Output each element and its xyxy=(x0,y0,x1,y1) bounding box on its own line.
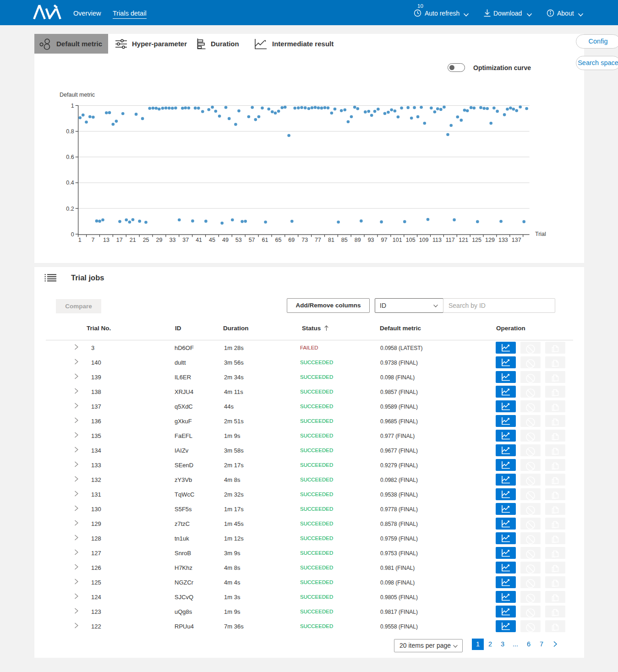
svg-text:133: 133 xyxy=(498,237,508,243)
svg-text:73: 73 xyxy=(301,237,308,243)
svg-text:Default metric: Default metric xyxy=(60,92,95,98)
svg-text:53: 53 xyxy=(235,237,242,243)
svg-text:17: 17 xyxy=(116,237,123,243)
svg-text:85: 85 xyxy=(341,237,348,243)
svg-text:109: 109 xyxy=(419,237,429,243)
svg-text:37: 37 xyxy=(182,237,189,243)
svg-text:49: 49 xyxy=(222,237,229,243)
svg-text:129: 129 xyxy=(485,237,495,243)
svg-text:97: 97 xyxy=(381,237,387,243)
svg-text:117: 117 xyxy=(446,237,455,243)
svg-text:21: 21 xyxy=(130,237,136,243)
svg-text:7: 7 xyxy=(92,237,95,243)
svg-text:93: 93 xyxy=(368,237,374,243)
svg-text:0: 0 xyxy=(71,231,74,238)
svg-text:33: 33 xyxy=(169,237,175,243)
svg-text:0.4: 0.4 xyxy=(66,180,74,186)
svg-text:89: 89 xyxy=(355,237,361,243)
svg-text:13: 13 xyxy=(103,237,109,243)
svg-text:113: 113 xyxy=(432,237,442,243)
svg-text:105: 105 xyxy=(406,237,416,243)
svg-text:69: 69 xyxy=(288,237,295,243)
svg-text:77: 77 xyxy=(315,237,321,243)
svg-text:125: 125 xyxy=(472,237,481,243)
svg-text:Trial: Trial xyxy=(535,231,546,237)
svg-text:0.2: 0.2 xyxy=(66,206,74,212)
svg-text:61: 61 xyxy=(262,237,268,243)
svg-text:81: 81 xyxy=(328,237,334,243)
svg-text:0.8: 0.8 xyxy=(66,128,74,135)
svg-text:1: 1 xyxy=(78,237,82,243)
svg-text:65: 65 xyxy=(275,237,281,243)
svg-text:45: 45 xyxy=(209,237,215,243)
svg-text:57: 57 xyxy=(249,237,255,243)
svg-text:0.6: 0.6 xyxy=(66,154,74,160)
svg-text:121: 121 xyxy=(459,237,468,243)
svg-text:29: 29 xyxy=(156,237,163,243)
svg-text:41: 41 xyxy=(196,237,202,243)
svg-text:137: 137 xyxy=(512,237,521,243)
svg-text:25: 25 xyxy=(143,237,149,243)
svg-text:101: 101 xyxy=(393,237,402,243)
svg-text:1: 1 xyxy=(71,103,74,109)
